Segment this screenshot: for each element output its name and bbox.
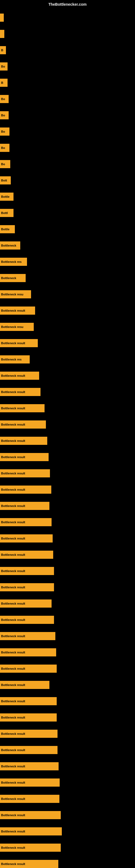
bottleneck-label-22: Bottleneck res <box>1 358 21 361</box>
bottleneck-label-14: Bottle <box>1 227 9 231</box>
bottleneck-label-41: Bottleneck result <box>1 667 25 670</box>
bottleneck-bar-12: Bottle <box>0 193 13 201</box>
bottleneck-bar-48: Bottleneck result <box>0 778 60 786</box>
bottleneck-bar-19: Bottleneck result <box>0 307 35 315</box>
bottleneck-label-36: Bottleneck result <box>1 586 25 589</box>
bottleneck-bar-37: Bottleneck result <box>0 599 52 608</box>
bottleneck-bar-36: Bottleneck result <box>0 583 54 591</box>
bottleneck-bar-20: Bottleneck resu <box>0 323 34 331</box>
bottleneck-bar-13: Bottl <box>0 209 13 217</box>
bottleneck-label-18: Bottleneck resu <box>1 293 24 296</box>
bottleneck-bar-29: Bottleneck result <box>0 469 50 477</box>
bottleneck-label-13: Bottl <box>1 211 8 215</box>
bottleneck-label-37: Bottleneck result <box>1 602 25 605</box>
bottleneck-bar-45: Bottleneck result <box>0 730 57 738</box>
bottleneck-label-52: Bottleneck result <box>1 846 25 849</box>
bottleneck-label-42: Bottleneck result <box>1 683 25 686</box>
bottleneck-bar-47: Bottleneck result <box>0 762 58 770</box>
bottleneck-bar-17: Bottleneck <box>0 274 26 282</box>
bottleneck-bar-53: Bottleneck result <box>0 860 58 868</box>
bottleneck-bar-9: Bo <box>0 144 9 152</box>
bottleneck-bar-44: Bottleneck result <box>0 713 57 721</box>
bottleneck-label-44: Bottleneck result <box>1 716 25 719</box>
bottleneck-label-12: Bottle <box>1 195 9 198</box>
bottleneck-bar-16: Bottleneck res <box>0 258 27 266</box>
bottleneck-label-21: Bottleneck result <box>1 341 25 345</box>
bottleneck-bar-8: Bo <box>0 127 9 135</box>
bottleneck-label-45: Bottleneck result <box>1 732 25 735</box>
bottleneck-label-30: Bottleneck result <box>1 488 25 491</box>
bottleneck-label-43: Bottleneck result <box>1 700 25 703</box>
bottleneck-bar-32: Bottleneck result <box>0 518 52 526</box>
bottleneck-label-20: Bottleneck resu <box>1 325 24 329</box>
bottleneck-bar-40: Bottleneck result <box>0 648 56 656</box>
bottleneck-bar-25: Bottleneck result <box>0 404 45 412</box>
bottleneck-label-50: Bottleneck result <box>1 813 25 817</box>
bottleneck-label-32: Bottleneck result <box>1 521 25 524</box>
bottleneck-label-8: Bo <box>1 130 5 133</box>
bottleneck-label-34: Bottleneck result <box>1 553 25 556</box>
bottleneck-bar-38: Bottleneck result <box>0 616 54 624</box>
bottleneck-label-5: B <box>1 81 3 84</box>
bottleneck-bar-41: Bottleneck result <box>0 664 57 673</box>
bottleneck-bar-21: Bottleneck result <box>0 339 38 347</box>
bottleneck-label-17: Bottleneck <box>1 276 16 280</box>
bottleneck-bar-46: Bottleneck result <box>0 746 57 754</box>
bottleneck-bar-50: Bottleneck result <box>0 811 61 819</box>
bottleneck-label-9: Bo <box>1 146 5 150</box>
bottleneck-bar-7: Bo <box>0 111 9 119</box>
bottleneck-bar-18: Bottleneck resu <box>0 290 31 299</box>
bottleneck-bar-3: B <box>0 46 6 54</box>
bottleneck-bar-26: Bottleneck result <box>0 421 46 429</box>
bottleneck-bar-52: Bottleneck result <box>0 844 61 852</box>
bottleneck-label-29: Bottleneck result <box>1 472 25 475</box>
bottleneck-bar-10: Bo <box>0 160 10 168</box>
bottleneck-bar-39: Bottleneck result <box>0 632 55 640</box>
bottleneck-label-7: Bo <box>1 114 5 117</box>
bottleneck-label-11: Bott <box>1 179 7 182</box>
bottleneck-label-38: Bottleneck result <box>1 618 25 621</box>
bottleneck-bar-49: Bottleneck result <box>0 795 59 803</box>
bottleneck-label-19: Bottleneck result <box>1 309 25 312</box>
bottleneck-bar-27: Bottleneck result <box>0 437 47 445</box>
bottleneck-bar-23: Bottleneck result <box>0 372 39 380</box>
bottleneck-bar-33: Bottleneck result <box>0 534 53 542</box>
bottleneck-bar-6: Bo <box>0 95 9 103</box>
bottleneck-label-25: Bottleneck result <box>1 407 25 410</box>
bottleneck-bar-24: Bottleneck result <box>0 388 41 396</box>
bottleneck-bar-5: B <box>0 79 8 87</box>
bottleneck-label-31: Bottleneck result <box>1 504 25 507</box>
bottleneck-label-53: Bottleneck result <box>1 862 25 866</box>
bottleneck-label-3: B <box>1 49 3 52</box>
bottleneck-bar-28: Bottleneck result <box>0 453 49 461</box>
bottleneck-bar-34: Bottleneck result <box>0 551 53 559</box>
bottleneck-label-28: Bottleneck result <box>1 456 25 459</box>
bottleneck-bar-14: Bottle <box>0 225 15 233</box>
bottleneck-bar-15: Bottleneck <box>0 241 20 250</box>
site-title: TheBottlenecker.com <box>48 2 87 6</box>
bottleneck-bar-51: Bottleneck result <box>0 827 62 835</box>
bottleneck-label-47: Bottleneck result <box>1 765 25 768</box>
bottleneck-label-46: Bottleneck result <box>1 748 25 752</box>
bottleneck-label-39: Bottleneck result <box>1 634 25 638</box>
bottleneck-bar-11: Bott <box>0 176 11 184</box>
bottleneck-bar-42: Bottleneck result <box>0 681 49 689</box>
bottleneck-label-26: Bottleneck result <box>1 423 25 426</box>
bottleneck-bar-2 <box>0 30 4 38</box>
bottleneck-label-10: Bo <box>1 162 5 166</box>
bottleneck-label-35: Bottleneck result <box>1 569 25 572</box>
bottleneck-bar-31: Bottleneck result <box>0 502 49 510</box>
bottleneck-label-27: Bottleneck result <box>1 439 25 442</box>
bottleneck-bar-4: Bo <box>0 62 8 70</box>
bottleneck-label-49: Bottleneck result <box>1 797 25 801</box>
bottleneck-bar-22: Bottleneck res <box>0 355 30 364</box>
bottleneck-label-23: Bottleneck result <box>1 374 25 377</box>
bottleneck-bar-30: Bottleneck result <box>0 486 51 494</box>
bottleneck-bar-1 <box>0 13 4 22</box>
bottleneck-label-24: Bottleneck result <box>1 390 25 394</box>
bottleneck-label-16: Bottleneck res <box>1 260 21 264</box>
bottleneck-label-15: Bottleneck <box>1 244 16 247</box>
bottleneck-label-33: Bottleneck result <box>1 537 25 540</box>
bottleneck-label-40: Bottleneck result <box>1 651 25 654</box>
bottleneck-label-4: Bo <box>1 65 5 68</box>
